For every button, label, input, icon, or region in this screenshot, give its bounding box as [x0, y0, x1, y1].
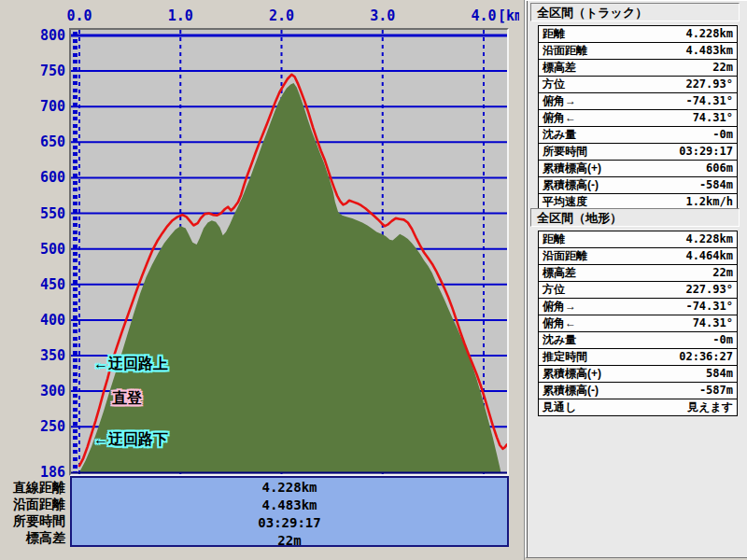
- row-value: 74.31°: [576, 315, 737, 331]
- row-label: 所要時間: [539, 144, 587, 160]
- table-row: 俯角→-74.31°: [539, 299, 737, 315]
- row-value: 22m: [576, 265, 737, 281]
- row-value: 見えます: [576, 399, 737, 415]
- table-row: 沈み量-0m: [539, 332, 737, 349]
- row-label: 方位: [539, 282, 565, 298]
- table-row: 所要時間03:29:17: [539, 144, 737, 161]
- row-label: 俯角←: [539, 315, 576, 331]
- y-axis-tick-label: 700: [0, 98, 65, 115]
- track-summary-box: 4.228km4.483km03:29:1722m: [70, 476, 509, 547]
- row-label: 俯角→: [539, 93, 576, 109]
- row-label: 推定時間: [539, 349, 587, 365]
- table-row: 標高差22m: [539, 265, 737, 282]
- route-annotation: ←迂回路上: [93, 355, 168, 374]
- row-label: 累積標高(-): [539, 177, 599, 193]
- statistics-panel: 全区間（トラック）距離4.228km沿面距離4.483km標高差22m方位227…: [525, 0, 747, 558]
- table-row: 標高差22m: [539, 60, 737, 77]
- y-minor-ticks: [73, 32, 78, 472]
- x-axis-tick-label: 2.0: [261, 7, 303, 24]
- y-axis-tick-label: 650: [0, 133, 65, 150]
- summary-value: 22m: [72, 531, 507, 549]
- row-value: 4.483km: [587, 43, 737, 59]
- row-label: 標高差: [539, 265, 576, 281]
- route-annotation: 直登: [112, 389, 142, 409]
- y-axis-tick-label: 450: [0, 276, 65, 293]
- x-axis-tick-label: 1.0: [160, 7, 201, 24]
- y-axis-tick-label: 350: [0, 347, 65, 364]
- route-annotation: ←迂回路下: [93, 430, 168, 450]
- table-row: 距離4.228km: [539, 26, 737, 43]
- row-label: 累積標高(+): [539, 366, 601, 382]
- table-row: 推定時間02:36:27: [539, 349, 737, 366]
- table-row: 見通し見えます: [539, 399, 737, 415]
- row-value: -0m: [576, 127, 737, 143]
- row-label: 俯角←: [539, 110, 576, 126]
- row-label: 沈み量: [539, 127, 576, 143]
- row-label: 俯角→: [539, 299, 576, 315]
- summary-label: 直線距離: [0, 479, 65, 496]
- row-value: -74.31°: [576, 299, 737, 315]
- row-label: 沿面距離: [539, 43, 587, 59]
- row-value: 74.31°: [576, 110, 737, 126]
- summary-value: 4.228km: [72, 478, 507, 496]
- table-row: 累積標高(-)-587m: [539, 383, 737, 399]
- row-label: 累積標高(-): [539, 383, 599, 399]
- statistics-table: 距離4.228km沿面距離4.483km標高差22m方位227.93°俯角→-7…: [538, 25, 738, 211]
- table-row: 方位227.93°: [539, 282, 737, 299]
- row-value: 227.93°: [565, 77, 737, 92]
- row-value: 584m: [601, 366, 737, 382]
- row-label: 距離: [539, 26, 565, 42]
- table-row: 俯角←74.31°: [539, 110, 737, 127]
- row-value: 4.228km: [565, 231, 737, 247]
- row-label: 距離: [539, 231, 565, 247]
- x-axis-tick-label: 3.0: [362, 7, 403, 24]
- row-value: 02:36:27: [587, 349, 737, 365]
- table-row: 沈み量-0m: [539, 127, 737, 144]
- y-axis-tick-label: 750: [0, 63, 65, 79]
- summary-label: 所要時間: [0, 512, 65, 529]
- table-row: 俯角→-74.31°: [539, 93, 737, 110]
- y-axis-tick-label: 800: [0, 27, 65, 44]
- table-row: 累積標高(+)584m: [539, 366, 737, 383]
- section-header: 全区間（トラック）: [530, 3, 740, 21]
- summary-label: 標高差: [0, 529, 65, 546]
- table-row: 俯角←74.31°: [539, 315, 737, 332]
- table-row: 沿面距離4.483km: [539, 43, 737, 60]
- y-axis-tick-label: 500: [0, 241, 65, 258]
- x-axis-tick-label: 0.0: [59, 7, 100, 24]
- row-label: 累積標高(+): [539, 161, 601, 176]
- table-row: 累積標高(-)-584m: [539, 177, 737, 194]
- row-value: -74.31°: [576, 93, 737, 109]
- row-value: -587m: [599, 383, 737, 399]
- section-header: 全区間（地形）: [530, 208, 740, 227]
- table-row: 距離4.228km: [539, 231, 737, 248]
- row-value: 4.228km: [565, 26, 737, 42]
- summary-value: 03:29:17: [72, 513, 507, 531]
- row-value: 606m: [601, 161, 737, 176]
- elevation-profile-window: 0.01.02.03.04.0[km] 80075070065060055050…: [0, 0, 747, 560]
- row-value: -584m: [599, 177, 737, 193]
- y-axis-tick-label: 600: [0, 169, 65, 186]
- table-row: 累積標高(+)606m: [539, 161, 737, 177]
- row-label: 沈み量: [539, 332, 576, 348]
- table-row: 方位227.93°: [539, 77, 737, 93]
- y-axis-tick-label: 400: [0, 312, 65, 329]
- row-label: 見通し: [539, 399, 576, 415]
- statistics-table: 距離4.228km沿面距離4.464km標高差22m方位227.93°俯角→-7…: [538, 231, 738, 416]
- row-label: 標高差: [539, 60, 576, 76]
- row-label: 沿面距離: [539, 248, 587, 264]
- y-axis-tick-label: 250: [0, 418, 65, 435]
- y-axis-tick-label: 550: [0, 205, 65, 222]
- table-row: 沿面距離4.464km: [539, 248, 737, 265]
- row-value: 4.464km: [587, 248, 737, 264]
- summary-value: 4.483km: [72, 496, 507, 513]
- row-label: 方位: [539, 77, 565, 92]
- row-value: 22m: [576, 60, 737, 76]
- summary-label: 沿面距離: [0, 496, 65, 512]
- row-value: 227.93°: [565, 282, 737, 298]
- elevation-plot[interactable]: ←迂回路上直登←迂回路下: [69, 28, 509, 476]
- row-value: -0m: [576, 332, 737, 348]
- y-axis-tick-label: 300: [0, 383, 65, 399]
- row-value: 03:29:17: [587, 144, 737, 160]
